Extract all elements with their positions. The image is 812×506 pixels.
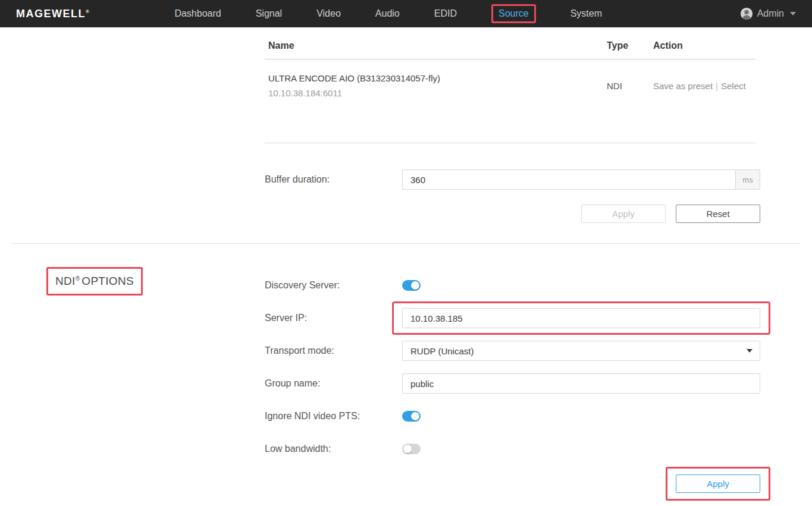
source-name-cell: ULTRA ENCODE AIO (B313230314057-fly) 10.… xyxy=(268,73,607,98)
top-nav: MAGEWELL® Dashboard Signal Video Audio E… xyxy=(0,0,812,27)
ignore-ndi-video-pts-row: Ignore NDI video PTS: xyxy=(265,406,760,426)
source-name: ULTRA ENCODE AIO (B313230314057-fly) xyxy=(268,73,607,83)
nav-menu: Dashboard Signal Video Audio EDID Source… xyxy=(174,4,602,23)
logo: MAGEWELL® xyxy=(16,8,90,20)
table-header-row: Name Type Action xyxy=(265,34,755,59)
registered-mark: ® xyxy=(86,9,90,14)
discovery-server-toggle[interactable] xyxy=(402,280,421,291)
buffer-duration-label: Buffer duration: xyxy=(265,174,402,185)
column-header-type: Type xyxy=(607,40,653,51)
nav-item-video[interactable]: Video xyxy=(316,8,341,19)
annotation-highlight: NDI®OPTIONS xyxy=(46,267,143,296)
chevron-down-icon xyxy=(790,12,796,15)
buffer-duration-input-group: ms xyxy=(402,169,760,190)
low-bandwidth-toggle[interactable] xyxy=(402,444,421,454)
discovery-server-label: Discovery Server: xyxy=(265,280,402,291)
nav-item-source[interactable]: Source xyxy=(491,4,536,23)
caret-down-icon xyxy=(747,349,753,353)
nav-item-dashboard[interactable]: Dashboard xyxy=(174,8,221,19)
buffer-duration-row: Buffer duration: ms xyxy=(265,169,760,190)
low-bandwidth-label: Low bandwidth: xyxy=(265,444,402,454)
annotation-highlight: Apply xyxy=(666,467,770,501)
transport-mode-row: Transport mode: RUDP (Unicast) xyxy=(265,341,760,361)
source-address: 10.10.38.184:6011 xyxy=(268,88,607,98)
toggle-knob xyxy=(411,281,419,290)
column-header-name: Name xyxy=(268,40,607,51)
annotation-highlight xyxy=(392,301,770,335)
low-bandwidth-row: Low bandwidth: xyxy=(265,439,760,459)
reset-button[interactable]: Reset xyxy=(676,205,760,223)
nav-item-audio[interactable]: Audio xyxy=(375,8,400,19)
apply-button[interactable]: Apply xyxy=(581,205,666,223)
buffer-buttons-row: Apply Reset xyxy=(265,205,760,223)
group-name-row: Group name: xyxy=(265,373,760,394)
source-type: NDI xyxy=(607,81,653,91)
group-name-input[interactable] xyxy=(402,373,760,394)
ndi-apply-button[interactable]: Apply xyxy=(676,474,760,493)
registered-mark: ® xyxy=(76,275,80,282)
action-separator: | xyxy=(716,81,718,91)
ndi-options-title: NDI®OPTIONS xyxy=(55,275,134,288)
nav-item-system[interactable]: System xyxy=(570,8,602,19)
user-avatar-icon xyxy=(740,7,753,20)
discovery-server-row: Discovery Server: xyxy=(265,275,760,296)
unit-label: ms xyxy=(735,169,760,190)
nav-item-edid[interactable]: EDID xyxy=(434,8,457,19)
user-name: Admin xyxy=(757,8,784,19)
ignore-ndi-video-pts-label: Ignore NDI video PTS: xyxy=(265,411,402,422)
server-ip-input[interactable] xyxy=(402,308,760,328)
nav-item-signal[interactable]: Signal xyxy=(256,8,282,19)
column-header-action: Action xyxy=(653,40,752,51)
source-actions: Save as preset|Select xyxy=(653,81,752,91)
source-table: Name Type Action ULTRA ENCODE AIO (B3132… xyxy=(265,34,755,143)
buffer-duration-input[interactable] xyxy=(402,169,735,190)
save-as-preset-link[interactable]: Save as preset xyxy=(653,81,713,91)
user-menu[interactable]: Admin xyxy=(740,7,796,20)
transport-mode-label: Transport mode: xyxy=(265,345,402,356)
ndi-apply-row: Apply xyxy=(265,474,760,493)
select-link[interactable]: Select xyxy=(721,81,746,91)
ndi-options-section: NDI®OPTIONS Discovery Server: Server IP:… xyxy=(0,244,812,502)
server-ip-label: Server IP: xyxy=(265,313,402,323)
ignore-ndi-video-pts-toggle[interactable] xyxy=(402,411,421,422)
toggle-knob xyxy=(411,412,419,420)
group-name-label: Group name: xyxy=(265,378,402,389)
table-row: ULTRA ENCODE AIO (B313230314057-fly) 10.… xyxy=(265,59,755,143)
source-section: Name Type Action ULTRA ENCODE AIO (B3132… xyxy=(0,27,812,243)
server-ip-row: Server IP: xyxy=(265,308,760,328)
transport-mode-select[interactable]: RUDP (Unicast) xyxy=(402,341,760,361)
toggle-knob xyxy=(403,445,412,453)
transport-mode-value: RUDP (Unicast) xyxy=(410,346,474,356)
